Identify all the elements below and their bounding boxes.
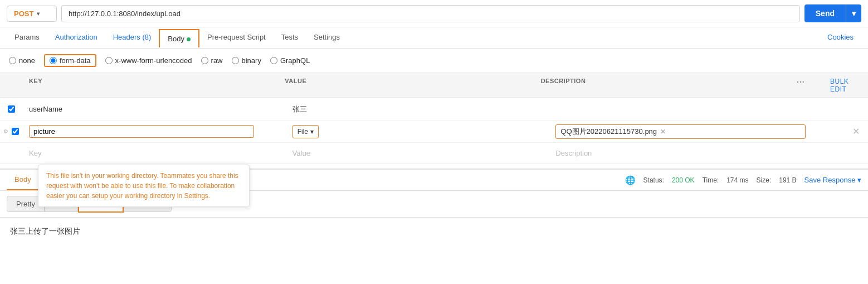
- row2-key-input[interactable]: [29, 125, 254, 138]
- response-body-text: 张三上传了一张图片: [10, 227, 80, 235]
- row2-value-cell: QQ图片20220621115730.png ✕: [549, 121, 812, 142]
- time-label: Time:: [703, 176, 719, 184]
- warning-text: This file isn't in your working director…: [46, 172, 238, 200]
- response-status-bar: 🌐 Status: 200 OK Time: 174 ms Size: 191 …: [625, 175, 861, 185]
- method-label: POST: [14, 9, 33, 18]
- save-response-button[interactable]: Save Response ▾: [804, 176, 861, 184]
- time-value: 174 ms: [726, 176, 748, 184]
- row2-settings-icon: ⚙: [3, 128, 8, 134]
- tab-settings[interactable]: Settings: [306, 27, 348, 48]
- row2-key-cell: [22, 122, 286, 141]
- row2-checkbox-cell: ⚙: [0, 124, 22, 138]
- row1-actions: [812, 106, 846, 113]
- row1-desc-cell: [549, 106, 812, 113]
- row2-desc-cell: [812, 128, 846, 135]
- response-content: 张三上传了一张图片: [0, 218, 868, 246]
- file-type-button[interactable]: File ▾: [292, 125, 319, 138]
- row1-value-text: 张三: [292, 105, 307, 113]
- globe-icon: 🌐: [625, 175, 636, 185]
- th-key: KEY: [22, 73, 278, 98]
- status-value: 200 OK: [672, 176, 695, 184]
- add-row-key[interactable]: Key: [22, 146, 286, 161]
- request-bar: POST ▾ Send ▾: [0, 0, 868, 27]
- size-value: 191 B: [779, 176, 796, 184]
- warning-tooltip: This file isn't in your working director…: [38, 165, 250, 207]
- request-tabs: Params Authorization Headers (8) Body Pr…: [0, 27, 868, 49]
- send-dropdown-icon[interactable]: ▾: [846, 4, 861, 22]
- radio-raw[interactable]: raw: [201, 56, 223, 65]
- row1-key-value: userName: [29, 105, 62, 113]
- radio-graphql[interactable]: GraphQL: [270, 56, 310, 65]
- tab-tests[interactable]: Tests: [274, 27, 306, 48]
- file-value-container: QQ图片20220621115730.png ✕: [555, 124, 806, 139]
- row2-delete[interactable]: ✕: [846, 123, 868, 140]
- send-label: Send: [804, 4, 846, 22]
- body-active-dot: [187, 37, 191, 41]
- th-value: VALUE: [278, 73, 534, 98]
- resp-tab-body[interactable]: Body: [7, 170, 39, 190]
- row1-checkbox[interactable]: [8, 105, 15, 113]
- add-row-checkbox: [0, 150, 22, 157]
- url-input[interactable]: [61, 5, 800, 22]
- tab-authorization[interactable]: Authorization: [47, 27, 105, 48]
- th-checkbox: [0, 73, 22, 98]
- add-row-desc[interactable]: Description: [549, 146, 812, 161]
- size-label: Size:: [757, 176, 772, 184]
- method-select[interactable]: POST ▾: [7, 6, 57, 22]
- tab-cookies[interactable]: Cookies: [820, 27, 861, 48]
- row1-checkbox-cell: [0, 102, 22, 116]
- add-row-value[interactable]: Value: [286, 146, 549, 161]
- row1-delete: [846, 106, 868, 113]
- body-type-row: none form-data x-www-form-urlencoded raw…: [0, 49, 868, 73]
- radio-form-data[interactable]: form-data: [44, 54, 96, 67]
- method-chevron-icon: ▾: [37, 11, 40, 17]
- radio-urlencoded[interactable]: x-www-form-urlencoded: [105, 56, 192, 65]
- table-header: KEY VALUE DESCRIPTION ··· Bulk Edit: [0, 73, 868, 98]
- th-bulk-edit[interactable]: Bulk Edit: [823, 73, 868, 98]
- tab-body[interactable]: Body: [159, 29, 199, 47]
- send-button[interactable]: Send ▾: [804, 4, 861, 22]
- table-row: userName 张三: [0, 98, 868, 121]
- file-remove-button[interactable]: ✕: [660, 128, 666, 136]
- status-label: Status:: [643, 176, 664, 184]
- th-description: DESCRIPTION: [534, 73, 790, 98]
- file-label: File: [298, 128, 308, 136]
- tab-params[interactable]: Params: [7, 27, 47, 48]
- th-more[interactable]: ···: [790, 73, 823, 98]
- add-param-row: Key Value Description: [0, 143, 868, 164]
- file-name-text: QQ图片20220621115730.png: [560, 127, 657, 137]
- file-chevron-icon: ▾: [310, 128, 314, 136]
- row1-key-cell: userName: [22, 102, 286, 117]
- tab-headers[interactable]: Headers (8): [105, 27, 159, 48]
- row1-value-cell: 张三: [286, 101, 549, 118]
- table-row: ⚙ File ▾ QQ图片20220621115730.png ✕ ✕: [0, 121, 868, 143]
- save-response-chevron-icon: ▾: [857, 176, 861, 184]
- radio-none[interactable]: none: [9, 56, 35, 65]
- radio-binary[interactable]: binary: [232, 56, 261, 65]
- row2-filetype-cell: File ▾: [286, 122, 549, 142]
- tab-prerequest[interactable]: Pre-request Script: [199, 27, 274, 48]
- row2-checkbox[interactable]: [12, 128, 19, 135]
